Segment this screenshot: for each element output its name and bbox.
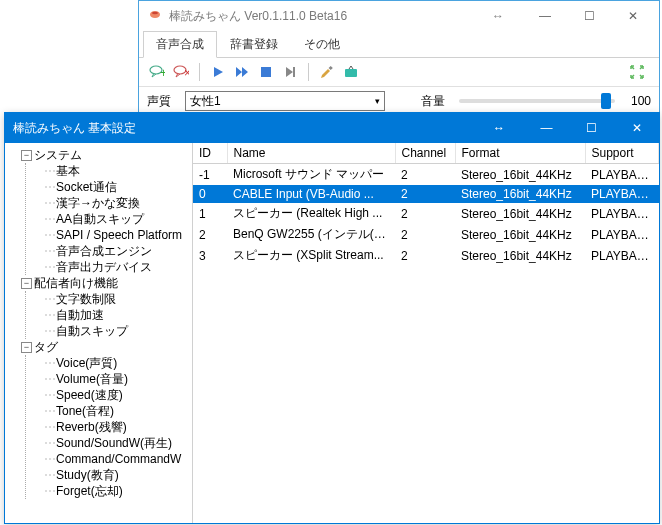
tab-other[interactable]: その他 xyxy=(291,31,353,57)
cell-channel: 2 xyxy=(395,185,455,203)
col-name[interactable]: Name xyxy=(227,143,395,164)
tree-item[interactable]: −タグ xyxy=(21,339,190,355)
tree-item[interactable]: ⋯基本 xyxy=(44,163,190,179)
col-support[interactable]: Support xyxy=(585,143,659,164)
tree-item-label: 自動加速 xyxy=(56,307,104,323)
chevron-down-icon: ▾ xyxy=(375,96,380,106)
tree-item[interactable]: ⋯Tone(音程) xyxy=(44,403,190,419)
voice-quality-row: 声質 女性1 ▾ 音量 100 xyxy=(139,87,659,115)
tree-toggle-icon[interactable]: − xyxy=(21,278,32,289)
balloon-remove-icon[interactable]: × xyxy=(171,62,191,82)
tree-leaf-icon: ⋯ xyxy=(44,419,54,435)
tree-item[interactable]: ⋯Volume(音量) xyxy=(44,371,190,387)
main-title-drag-icon: ↔ xyxy=(473,9,523,23)
volume-value: 100 xyxy=(623,94,651,108)
tree-item[interactable]: ⋯Sound/SoundW(再生) xyxy=(44,435,190,451)
svg-rect-8 xyxy=(345,69,357,77)
settings-button[interactable] xyxy=(317,62,337,82)
tree-item[interactable]: ⋯文字数制限 xyxy=(44,291,190,307)
tree-leaf-icon: ⋯ xyxy=(44,211,54,227)
tree-leaf-icon: ⋯ xyxy=(44,243,54,259)
stop-button[interactable] xyxy=(256,62,276,82)
main-close-button[interactable]: ✕ xyxy=(611,2,655,30)
table-row[interactable]: 0CABLE Input (VB-Audio ...2Stereo_16bit_… xyxy=(193,185,659,203)
main-maximize-button[interactable]: ☐ xyxy=(567,2,611,30)
cell-support: PLAYBACKRATE xyxy=(585,203,659,224)
tree-leaf-icon: ⋯ xyxy=(44,435,54,451)
slider-thumb[interactable] xyxy=(601,93,611,109)
table-row[interactable]: 2BenQ GW2255 (インテル(R...2Stereo_16bit_44K… xyxy=(193,224,659,245)
tree-item[interactable]: ⋯音声出力デバイス xyxy=(44,259,190,275)
voice-quality-select[interactable]: 女性1 ▾ xyxy=(185,91,385,111)
volume-slider[interactable]: 100 xyxy=(459,94,651,108)
tree-leaf-icon: ⋯ xyxy=(44,291,54,307)
table-row[interactable]: -1Microsoft サウンド マッパー2Stereo_16bit_44KHz… xyxy=(193,164,659,186)
tree-item[interactable]: ⋯Forget(忘却) xyxy=(44,483,190,499)
tree-item-label: タグ xyxy=(34,339,58,355)
tree-item-label: Tone(音程) xyxy=(56,403,114,419)
tree-item[interactable]: ⋯SAPI / Speech Platform xyxy=(44,227,190,243)
cell-id: 2 xyxy=(193,224,227,245)
settings-titlebar[interactable]: 棒読みちゃん 基本設定 ↔ — ☐ ✕ xyxy=(5,113,659,143)
tree-item-label: AA自動スキップ xyxy=(56,211,144,227)
svg-rect-5 xyxy=(261,67,271,77)
cell-format: Stereo_16bit_44KHz xyxy=(455,224,585,245)
settings-maximize-button[interactable]: ☐ xyxy=(569,113,614,143)
tab-voice-synthesis[interactable]: 音声合成 xyxy=(143,31,217,58)
tree-item[interactable]: −配信者向け機能 xyxy=(21,275,190,291)
tree-item[interactable]: ⋯漢字→かな変換 xyxy=(44,195,190,211)
tree-item-label: Study(教育) xyxy=(56,467,119,483)
col-id[interactable]: ID xyxy=(193,143,227,164)
main-minimize-button[interactable]: — xyxy=(523,2,567,30)
main-titlebar[interactable]: 棒読みちゃん Ver0.1.11.0 Beta16 ↔ — ☐ ✕ xyxy=(139,1,659,31)
next-button[interactable] xyxy=(280,62,300,82)
settings-minimize-button[interactable]: — xyxy=(524,113,569,143)
main-toolbar: + × xyxy=(139,58,659,87)
table-row[interactable]: 1スピーカー (Realtek High ...2Stereo_16bit_44… xyxy=(193,203,659,224)
cell-name: スピーカー (XSplit Stream... xyxy=(227,245,395,266)
settings-tree[interactable]: −システム⋯基本⋯Socket通信⋯漢字→かな変換⋯AA自動スキップ⋯SAPI … xyxy=(5,143,193,523)
tree-item-label: 基本 xyxy=(56,163,80,179)
tree-leaf-icon: ⋯ xyxy=(44,403,54,419)
tree-leaf-icon: ⋯ xyxy=(44,259,54,275)
table-row[interactable]: 3スピーカー (XSplit Stream...2Stereo_16bit_44… xyxy=(193,245,659,266)
tree-item[interactable]: ⋯AA自動スキップ xyxy=(44,211,190,227)
cell-format: Stereo_16bit_44KHz xyxy=(455,164,585,186)
tree-item-label: Volume(音量) xyxy=(56,371,128,387)
settings-window: 棒読みちゃん 基本設定 ↔ — ☐ ✕ −システム⋯基本⋯Socket通信⋯漢字… xyxy=(4,112,660,524)
tree-item-label: 音声合成エンジン xyxy=(56,243,152,259)
tree-item-label: 文字数制限 xyxy=(56,291,116,307)
tree-item[interactable]: ⋯音声合成エンジン xyxy=(44,243,190,259)
tree-item-label: システム xyxy=(34,147,82,163)
cell-support: PLAYBACKRATE xyxy=(585,224,659,245)
tree-item[interactable]: ⋯自動スキップ xyxy=(44,323,190,339)
tree-item[interactable]: ⋯Speed(速度) xyxy=(44,387,190,403)
tree-leaf-icon: ⋯ xyxy=(44,483,54,499)
tree-toggle-icon[interactable]: − xyxy=(21,342,32,353)
tree-toggle-icon[interactable]: − xyxy=(21,150,32,161)
fast-forward-button[interactable] xyxy=(232,62,252,82)
tree-item[interactable]: ⋯Socket通信 xyxy=(44,179,190,195)
tree-item[interactable]: ⋯Study(教育) xyxy=(44,467,190,483)
cell-id: -1 xyxy=(193,164,227,186)
app-icon xyxy=(147,8,163,24)
tree-item[interactable]: ⋯自動加速 xyxy=(44,307,190,323)
tree-leaf-icon: ⋯ xyxy=(44,163,54,179)
tree-item[interactable]: ⋯Reverb(残響) xyxy=(44,419,190,435)
voice-quality-value: 女性1 xyxy=(190,93,221,110)
tab-dictionary[interactable]: 辞書登録 xyxy=(217,31,291,57)
cell-name: Microsoft サウンド マッパー xyxy=(227,164,395,186)
tree-item[interactable]: ⋯Voice(声質) xyxy=(44,355,190,371)
expand-icon[interactable] xyxy=(629,64,651,80)
cell-channel: 2 xyxy=(395,245,455,266)
tree-item[interactable]: −システム xyxy=(21,147,190,163)
col-format[interactable]: Format xyxy=(455,143,585,164)
tree-item[interactable]: ⋯Command/CommandW xyxy=(44,451,190,467)
tree-item-label: 漢字→かな変換 xyxy=(56,195,140,211)
settings-close-button[interactable]: ✕ xyxy=(614,113,659,143)
col-channel[interactable]: Channel xyxy=(395,143,455,164)
play-button[interactable] xyxy=(208,62,228,82)
cell-name: BenQ GW2255 (インテル(R... xyxy=(227,224,395,245)
balloon-add-icon[interactable]: + xyxy=(147,62,167,82)
tv-button[interactable] xyxy=(341,62,361,82)
